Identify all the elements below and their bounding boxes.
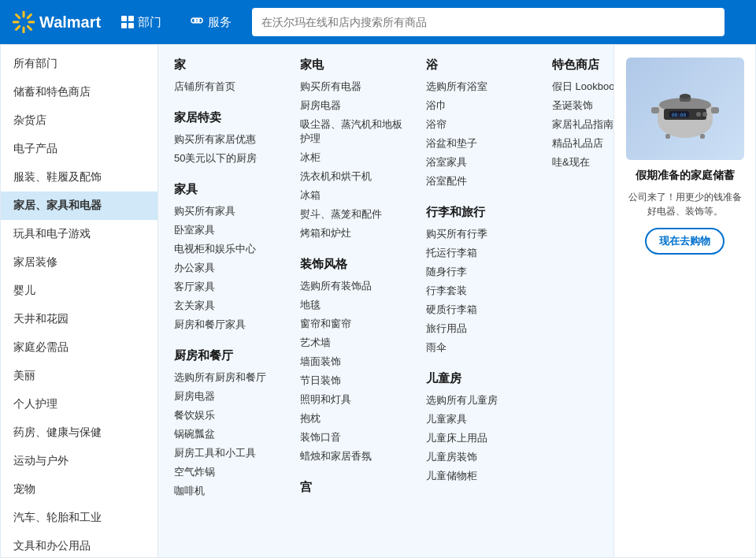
- menu-link[interactable]: 玄关家具: [174, 296, 284, 315]
- services-button[interactable]: 服务: [182, 10, 239, 35]
- departments-button[interactable]: 部门: [113, 10, 169, 35]
- menu-link[interactable]: 选购所有浴室: [426, 77, 536, 96]
- svg-rect-28: [700, 134, 705, 139]
- menu-link[interactable]: 厨房和餐厅家具: [174, 315, 284, 334]
- menu-link[interactable]: 洗衣机和烘干机: [300, 167, 410, 186]
- menu-link[interactable]: 蜡烛和家居香氛: [300, 447, 410, 466]
- menu-link[interactable]: 购买所有家具: [174, 202, 284, 221]
- sidebar-item[interactable]: 储蓄和特色商店: [1, 78, 158, 106]
- sidebar-item[interactable]: 家居、家具和电器: [1, 192, 158, 220]
- menu-section: 特色商店假日 Lookbook圣诞装饰家居礼品指南精品礼品店哇&现在: [552, 58, 613, 172]
- menu-link[interactable]: 行李套装: [426, 281, 536, 300]
- menu-link[interactable]: 窗帘和窗帘: [300, 314, 410, 333]
- menu-link[interactable]: 照明和灯具: [300, 390, 410, 409]
- sidebar-item[interactable]: 家居装修: [1, 248, 158, 277]
- menu-section-title: 厨房和餐厅: [174, 348, 284, 363]
- promo-title: 假期准备的家庭储蓄: [636, 168, 735, 184]
- menu-link[interactable]: 圣诞装饰: [552, 96, 613, 115]
- promo-shop-button[interactable]: 现在去购物: [645, 228, 724, 255]
- menu-link[interactable]: 吸尘器、蒸汽机和地板护理: [300, 115, 410, 148]
- sidebar-item[interactable]: 药房、健康与保健: [1, 418, 158, 447]
- menu-link[interactable]: 冰柜: [300, 148, 410, 167]
- menu-link[interactable]: 节日装饰: [300, 371, 410, 390]
- menu-link[interactable]: 购买所有行季: [426, 225, 536, 244]
- menu-link[interactable]: 厨房工具和小工具: [174, 444, 284, 463]
- sidebar-item[interactable]: 运动与户外: [1, 447, 158, 475]
- menu-link[interactable]: 厨房电器: [300, 96, 410, 115]
- menu-link[interactable]: 熨斗、蒸笼和配件: [300, 205, 410, 224]
- menu-link[interactable]: 冰箱: [300, 186, 410, 205]
- menu-link[interactable]: 选购所有厨房和餐厅: [174, 368, 284, 387]
- menu-link[interactable]: 家居礼品指南: [552, 115, 613, 134]
- menu-link[interactable]: 餐饮娱乐: [174, 406, 284, 425]
- sidebar-item[interactable]: 所有部门: [1, 50, 158, 78]
- menu-link[interactable]: 浴室家具: [426, 153, 536, 172]
- sidebar-item[interactable]: 美丽: [1, 362, 158, 390]
- sidebar-item[interactable]: 宠物: [1, 475, 158, 504]
- logo-text: Walmart: [39, 13, 101, 32]
- menu-link[interactable]: 儿童房装饰: [426, 448, 536, 467]
- menu-link[interactable]: 随身行李: [426, 262, 536, 281]
- search-input[interactable]: [252, 8, 724, 36]
- menu-link[interactable]: 装饰口音: [300, 428, 410, 447]
- menu-link[interactable]: 空气炸锅: [174, 463, 284, 482]
- menu-link[interactable]: 浴帘: [426, 115, 536, 134]
- dropdown-container: 所有部门储蓄和特色商店杂货店电子产品服装、鞋履及配饰家居、家具和电器玩具和电子游…: [0, 44, 756, 558]
- menu-link[interactable]: 电视柜和娱乐中心: [174, 240, 284, 259]
- sidebar-item[interactable]: 杂货店: [1, 106, 158, 135]
- menu-section-title: 宫: [300, 480, 410, 495]
- menu-link[interactable]: 精品礼品店: [552, 134, 613, 153]
- svg-rect-11: [128, 23, 134, 28]
- menu-link[interactable]: 浴巾: [426, 96, 536, 115]
- menu-link[interactable]: 办公家具: [174, 259, 284, 277]
- sidebar-item[interactable]: 服装、鞋履及配饰: [1, 163, 158, 192]
- menu-section: 儿童房选购所有儿童房儿童家具儿童床上用品儿童房装饰儿童储物柜: [426, 371, 536, 485]
- svg-line-4: [17, 15, 20, 18]
- menu-link[interactable]: 儿童床上用品: [426, 429, 536, 448]
- menu-section: 宫: [300, 480, 410, 495]
- sidebar-item[interactable]: 文具和办公用品: [1, 532, 158, 557]
- sidebar-item[interactable]: 汽车、轮胎和工业: [1, 504, 158, 532]
- svg-rect-27: [665, 134, 670, 139]
- menu-link[interactable]: 墙面装饰: [300, 352, 410, 371]
- menu-link[interactable]: 艺术墙: [300, 333, 410, 352]
- menu-link[interactable]: 选购所有装饰品: [300, 277, 410, 296]
- sidebar-item[interactable]: 电子产品: [1, 135, 158, 163]
- sidebar-item[interactable]: 玩具和电子游戏: [1, 220, 158, 248]
- menu-link[interactable]: 锅碗瓢盆: [174, 425, 284, 444]
- menu-col-3: 浴选购所有浴室浴巾浴帘浴盆和垫子浴室家具浴室配件行李和旅行购买所有行季托运行李箱…: [426, 58, 552, 545]
- menu-link[interactable]: 50美元以下的厨房: [174, 149, 284, 168]
- menu-link[interactable]: 客厅家具: [174, 277, 284, 296]
- menu-link[interactable]: 儿童储物柜: [426, 467, 536, 485]
- menu-link[interactable]: 儿童家具: [426, 410, 536, 429]
- menu-link[interactable]: 哇&现在: [552, 153, 613, 172]
- menu-link[interactable]: 旅行用品: [426, 319, 536, 338]
- menu-link[interactable]: 硬质行李箱: [426, 300, 536, 319]
- menu-link[interactable]: 托运行李箱: [426, 244, 536, 262]
- menu-link[interactable]: 地毯: [300, 296, 410, 314]
- menu-link[interactable]: 烤箱和炉灶: [300, 224, 410, 243]
- menu-link[interactable]: 抱枕: [300, 409, 410, 428]
- menu-link[interactable]: 假日 Lookbook: [552, 77, 613, 96]
- menu-link[interactable]: 咖啡机: [174, 482, 284, 500]
- menu-link[interactable]: 厨房电器: [174, 387, 284, 406]
- svg-line-5: [28, 26, 31, 29]
- menu-link[interactable]: 选购所有儿童房: [426, 391, 536, 410]
- sidebar-item[interactable]: 婴儿: [1, 277, 158, 305]
- menu-link[interactable]: 购买所有家居优惠: [174, 130, 284, 149]
- sidebar-item[interactable]: 天井和花园: [1, 305, 158, 333]
- search-container: [252, 8, 724, 36]
- svg-rect-10: [121, 23, 127, 28]
- sidebar-item[interactable]: 家庭必需品: [1, 333, 158, 362]
- menu-section-title: 儿童房: [426, 371, 536, 386]
- grid-icon: [121, 16, 134, 28]
- instant-pot-illustration: 00:00: [650, 77, 721, 140]
- menu-link[interactable]: 店铺所有首页: [174, 77, 284, 96]
- sidebar-item[interactable]: 个人护理: [1, 390, 158, 418]
- menu-link[interactable]: 浴盆和垫子: [426, 134, 536, 153]
- menu-section: 浴选购所有浴室浴巾浴帘浴盆和垫子浴室家具浴室配件: [426, 58, 536, 191]
- menu-link[interactable]: 雨伞: [426, 338, 536, 357]
- menu-link[interactable]: 购买所有电器: [300, 77, 410, 96]
- menu-link[interactable]: 卧室家具: [174, 221, 284, 240]
- menu-link[interactable]: 浴室配件: [426, 172, 536, 191]
